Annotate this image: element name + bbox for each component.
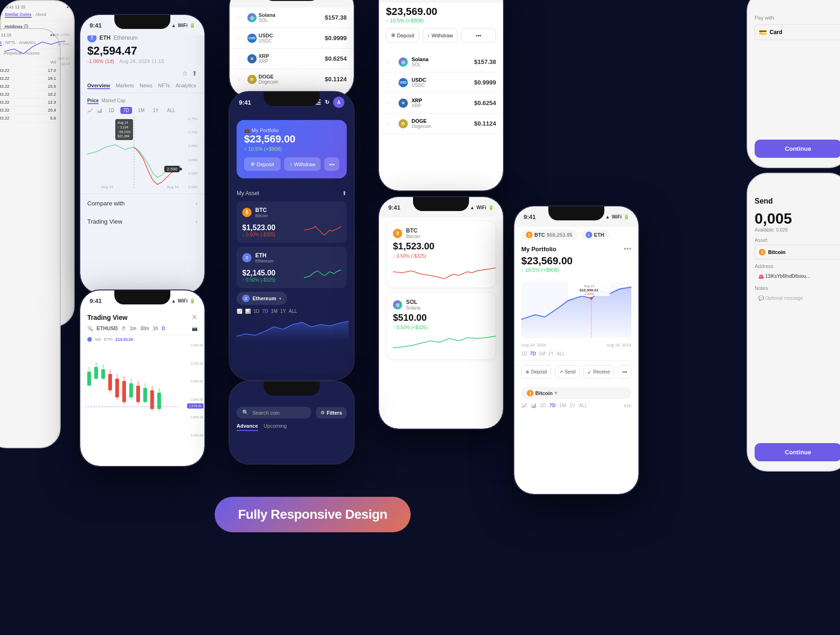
period-1d-portfolio[interactable]: 1D [253,309,259,314]
status-time-portfolio: 9:41 [239,99,251,106]
p1m-r[interactable]: 1M [560,403,566,408]
period-1y-portfolio[interactable]: 1Y [280,309,286,314]
period-all-right[interactable]: ALL [557,351,565,356]
camera-icon[interactable]: 📷 [192,326,197,331]
candle-icon-right[interactable]: 📊 [531,403,536,408]
more-options-icon[interactable]: ••• [623,245,631,253]
coin-usdc[interactable]: ☆ USD USDC USDC $0.9999 [230,28,354,49]
filter-icon[interactable]: ⚙ [321,410,325,415]
search-placeholder[interactable]: Search coin [252,410,280,416]
tab-news[interactable]: News [140,83,153,89]
period-1d-right[interactable]: 1D [521,351,527,356]
deposit-btn[interactable]: ⊕ Deposit [386,28,419,42]
btc-token[interactable]: ₿ BTC $59,253.95 [521,230,577,240]
btc-icon-card: ₿ [393,229,402,238]
period-1y-right[interactable]: 1Y [548,351,554,356]
coin-xrp[interactable]: ☆ ✕ XRP XRP $0.6254 [230,49,354,69]
period-all[interactable]: ALL [165,107,178,114]
tab-similar-coins[interactable]: Similar Coins [5,12,32,18]
btc-asset-card[interactable]: ₿ BTC Bitcoin $1,523.00 ↓ 0.50% (-$325) [237,201,347,243]
asset-expand-icon[interactable]: ⬆ [342,190,347,197]
line-icon-right[interactable]: 📈 [521,403,527,408]
chart-icon-line[interactable]: 📈 [87,108,93,113]
sol-item[interactable]: ☆ ◎ Solana SOL $157.38 [379,52,503,72]
tab-about[interactable]: About [35,12,47,18]
usdc-item[interactable]: ☆ USD USDC USDC $0.9999 [379,72,503,93]
period-chart-icon1[interactable]: 📈 [237,309,242,314]
star-xrp[interactable]: ☆ [237,56,242,62]
star-usdc2[interactable]: ☆ [386,79,391,86]
refresh-icon[interactable]: ↻ [325,99,329,106]
period-1d[interactable]: 1D [106,107,117,114]
star-usdc[interactable]: ☆ [237,35,242,42]
deposit-button[interactable]: ⊕ Deposit [244,157,280,171]
more-btn-right[interactable]: ••• [618,365,631,379]
withdraw-btn[interactable]: ↑ Withdraw [423,28,457,42]
period-1h[interactable]: 1h [153,326,158,331]
trading-close-icon[interactable]: ✕ [191,313,197,322]
card-row[interactable]: 💳 Card [755,24,840,40]
withdraw-button[interactable]: ↑ Withdraw [284,157,321,171]
period-1m-portfolio[interactable]: 1M [271,309,278,314]
tab-overview[interactable]: Overview [87,83,110,89]
marketcap-tab[interactable]: Market Cap [101,98,126,104]
notes-field-rb[interactable]: 💬 Optional message [755,293,840,303]
tab-news[interactable]: News [0,40,2,46]
eth-token[interactable]: Ξ ETH [581,230,609,240]
sol-card[interactable]: ◎ SOL Solana $510.00 ↑ 0.50% (+$325) [386,292,496,360]
period-1m-right[interactable]: 1M [539,351,546,356]
send-btn-right[interactable]: ↗ Send [555,365,580,379]
doge-item[interactable]: ☆ Ð DOGE Dogecoin $0.1124 [379,113,503,134]
period-all-portfolio[interactable]: ALL [289,309,297,314]
receive-btn-right[interactable]: ↙ Receive [583,365,614,379]
star-xrp2[interactable]: ☆ [386,100,391,106]
price-tab[interactable]: Price [87,98,98,104]
chart-icon-candle[interactable]: 📊 [97,108,102,113]
tab-nfts[interactable]: NFTs [158,83,170,89]
pall-r[interactable]: ALL [579,403,588,408]
btc-card[interactable]: ₿ BTC Bitcoin $1,523.00 ↓ 0.50% (-$325) [386,220,496,288]
period-1m[interactable]: 1m [130,326,136,331]
p1d-r[interactable]: 1D [540,403,546,408]
more-button[interactable]: ••• [324,157,339,171]
star-sol2[interactable]: ☆ [386,59,391,65]
share-icon2[interactable]: ⬆ [192,70,197,77]
period-7d[interactable]: 7D [120,107,132,114]
p7d-r[interactable]: 7D [550,403,556,408]
period-chart-icon2[interactable]: 📊 [245,309,251,314]
period-1y[interactable]: 1Y [151,107,161,114]
chevron-down-bitcoin: ▾ [554,390,557,396]
filters-label[interactable]: Filters [327,410,342,416]
continue-button-rb[interactable]: Continue [755,443,840,461]
tab-advance[interactable]: Advance [237,423,258,431]
compare-with-row[interactable]: Compare with › [80,194,204,212]
asset-selection[interactable]: ₿ Bitcoin [755,245,840,260]
asset-label-rb: Asset [755,237,840,243]
period-7d-portfolio[interactable]: 7D [262,309,268,314]
tab-markets[interactable]: Markets [116,83,134,89]
xrp-item[interactable]: ☆ ✕ XRP XRP $0.6254 [379,93,503,113]
more-btn[interactable]: ••• [461,28,496,42]
star-doge[interactable]: ☆ [237,76,242,83]
coin-sol[interactable]: ☆ ◎ Solana SOL $157.38 [230,7,354,28]
ethereum-dropdown[interactable]: Ξ Ethereum ▾ [237,292,287,305]
period-7d-right[interactable]: 7D [530,351,536,356]
address-field-rb[interactable]: 👛 13iKsYb6fndD8xiou... [755,271,840,282]
p1y-r[interactable]: 1Y [570,403,575,408]
period-1m[interactable]: 1M [136,107,147,114]
period-30m[interactable]: 30m [140,326,149,331]
star-sol[interactable]: ☆ [237,14,242,21]
trading-view-row[interactable]: Trading View › [80,212,204,231]
trading-pair[interactable]: ETHUSD [97,325,118,331]
deposit-btn-right[interactable]: ⊕ Deposit [521,365,551,379]
eth-asset-card[interactable]: Ξ ETH Ethereum $2,145.00 ↑ 0.50% (-$325) [237,247,347,288]
fav-icon[interactable]: ☆ [182,70,188,77]
continue-button-top[interactable]: Continue [755,140,840,158]
period-d-active[interactable]: D [162,326,165,331]
avatar[interactable]: A [333,97,344,108]
tab-upcoming[interactable]: Upcoming [264,423,287,431]
tab-analytics[interactable]: Analytics [175,83,196,89]
bitcoin-selector[interactable]: ₿ Bitcoin ▾ [521,387,631,399]
coin-doge[interactable]: ☆ Ð DOGE Dogecoin $0.1124 [230,69,354,90]
star-doge2[interactable]: ☆ [386,120,391,127]
